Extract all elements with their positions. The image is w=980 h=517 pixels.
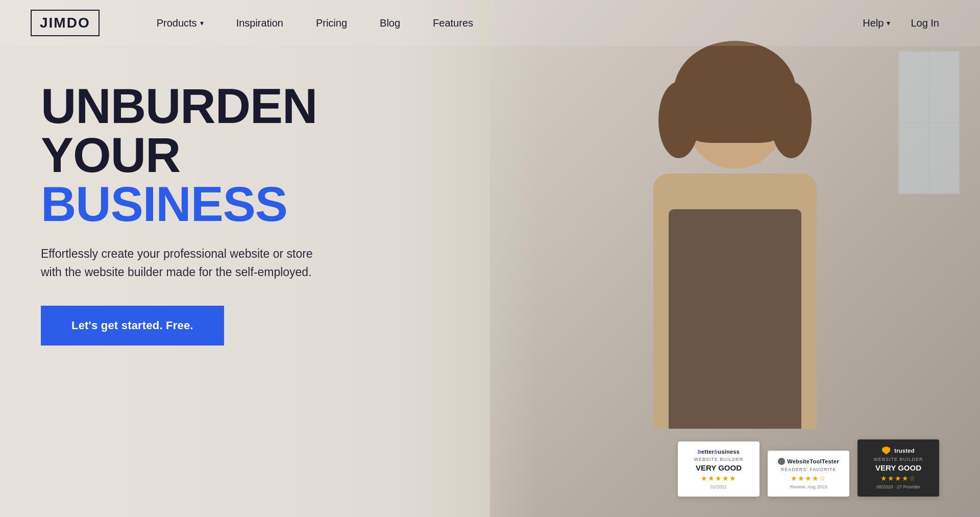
nav-links: Products ▾ Inspiration Pricing Blog Feat…: [140, 12, 863, 34]
badge-category: WEBSITE BUILDER: [694, 457, 743, 462]
help-button[interactable]: Help ▾: [863, 17, 890, 29]
badge-logo: WebsiteToolTester: [787, 458, 839, 464]
hero-content: UNBURDEN YOUR BUSINESS Effortlessly crea…: [41, 82, 424, 346]
badge-title-row: WebsiteToolTester: [778, 458, 839, 465]
badge-trusted: trusted WEBSITE BUILDER VERY GOOD ★★★★☆ …: [857, 439, 939, 497]
badge-category: READERS' FAVORITE: [781, 467, 837, 472]
logo[interactable]: JIMDO: [31, 10, 100, 36]
nav-item-features[interactable]: Features: [416, 12, 489, 34]
badge-category: WEBSITE BUILDER: [873, 457, 923, 462]
badge-logo: betterbusiness: [698, 449, 740, 455]
badges-container: betterbusiness WEBSITE BUILDER VERY GOOD…: [678, 439, 939, 497]
badge-logo: trusted: [894, 448, 914, 454]
chevron-down-icon: ▾: [200, 19, 204, 27]
badge-websitetooltester: WebsiteToolTester READERS' FAVORITE ★★★★…: [768, 451, 849, 497]
cta-button[interactable]: Let's get started. Free.: [41, 306, 224, 346]
person-hair: [674, 41, 796, 143]
badge-better-business: betterbusiness WEBSITE BUILDER VERY GOOD…: [678, 441, 760, 497]
badge-stars: ★★★★★: [701, 474, 737, 482]
shield-icon: [882, 447, 890, 455]
wtt-icon: [778, 458, 785, 465]
hero-headline-blue: BUSINESS: [41, 180, 424, 229]
badge-title-row: trusted: [882, 447, 914, 455]
nav-item-pricing[interactable]: Pricing: [300, 12, 363, 34]
badge-date: 01/2021: [710, 484, 727, 489]
hero-headline: UNBURDEN YOUR BUSINESS: [41, 82, 424, 229]
person-apron: [669, 209, 801, 429]
login-button[interactable]: Log In: [900, 12, 949, 34]
hero-subheading: Effortlessly create your professional we…: [41, 245, 327, 281]
logo-text: JIMDO: [40, 15, 90, 31]
badge-date: Review: Aug 2019: [790, 484, 827, 489]
nav-item-inspiration[interactable]: Inspiration: [220, 12, 300, 34]
nav-item-products[interactable]: Products ▾: [140, 12, 220, 34]
badge-stars: ★★★★☆: [791, 474, 826, 482]
background-window: [898, 51, 960, 194]
nav-item-blog[interactable]: Blog: [363, 12, 416, 34]
badge-date: 08/2020 · 27 Provider: [876, 484, 920, 489]
navbar: JIMDO Products ▾ Inspiration Pricing Blo…: [0, 0, 980, 46]
badge-rating: VERY GOOD: [875, 464, 921, 473]
badge-rating: VERY GOOD: [696, 464, 742, 473]
nav-right: Help ▾ Log In: [863, 12, 949, 34]
badge-stars: ★★★★☆: [880, 474, 916, 482]
chevron-down-icon: ▾: [887, 19, 890, 27]
